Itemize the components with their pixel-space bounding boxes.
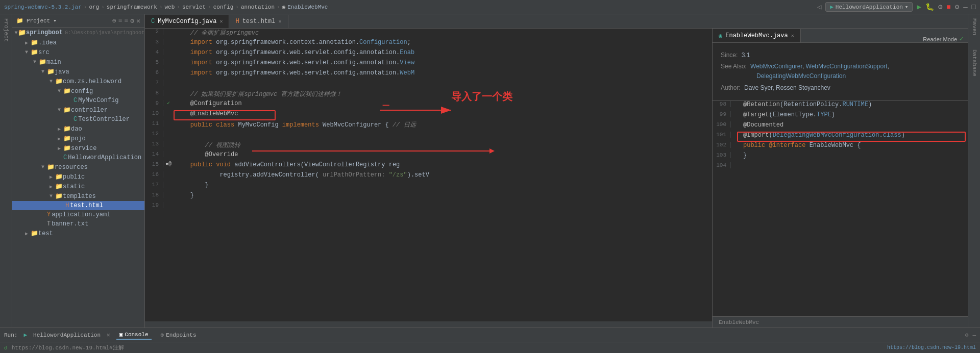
maximize-icon[interactable]: □ xyxy=(972,3,976,11)
tab-console[interactable]: ▣ Console xyxy=(116,330,152,340)
line-content-9: @Configuration xyxy=(174,100,712,107)
tab-enablewebmvc-label: EnableWebMvc.java xyxy=(725,32,788,39)
bottom-toolbar: Run: ▶ HellowordApplication ✕ ▣ Console … xyxy=(0,327,980,342)
tab-enablewebmvc[interactable]: ◉ EnableWebMvc.java ✕ xyxy=(713,29,801,42)
breadcrumb-config[interactable]: config xyxy=(213,4,234,10)
yaml-label: application.yaml xyxy=(52,211,144,218)
tree-config[interactable]: ▼ 📁 config xyxy=(12,86,144,96)
debug-icon[interactable]: 🐛 xyxy=(925,3,934,11)
pojo-folder-icon: 📁 xyxy=(63,135,71,142)
tree-banner-txt[interactable]: ▶ T banner.txt xyxy=(12,219,144,229)
sidebar-collapse-icon[interactable]: ≡ xyxy=(118,17,122,25)
tree-service[interactable]: ▶ 📁 service xyxy=(12,143,144,153)
tree-resources[interactable]: ▼ 📁 resources xyxy=(12,162,144,172)
tree-testcontroller[interactable]: ▶ C TestController xyxy=(12,115,144,124)
line-content-3: import org.springframework.context.annot… xyxy=(174,39,712,46)
tree-mymvcconfig[interactable]: ▶ C MyMvcConfig xyxy=(12,96,144,105)
build-icon[interactable]: ⚙ xyxy=(938,3,942,11)
tree-controller[interactable]: ▼ 📁 controller xyxy=(12,105,144,115)
project-sidebar: 📁 Project ▾ ⊕ ≡ ≡ ⚙ ✕ ▼ 📁 springboot G:\… xyxy=(12,14,145,327)
code-line-5: 5 import org.springframework.web.servlet… xyxy=(145,59,712,69)
line-num-13: 13 xyxy=(145,141,163,147)
sidebar-settings-icon[interactable]: ⚙ xyxy=(130,17,134,25)
right-content-99: @Target(ElementType.TYPE) xyxy=(741,111,968,118)
run-label: Run: xyxy=(4,332,17,338)
tab-mymvcconfig-label: MyMvcConfig.java xyxy=(158,18,216,25)
main-layout: Project 📁 Project ▾ ⊕ ≡ ≡ ⚙ ✕ ▼ 📁 spring… xyxy=(0,14,980,327)
tab-testhtml[interactable]: H test.html ✕ xyxy=(229,15,288,28)
code-line-12: 12 xyxy=(145,131,712,141)
app-selector[interactable]: ▶ HellowordApplication ▾ xyxy=(825,2,913,12)
doc-link-delegating[interactable]: DelegatingWebMvcConfiguration xyxy=(756,72,846,80)
tree-helloword-app[interactable]: ▶ C HellowordApplication xyxy=(12,153,144,162)
right-code-area[interactable]: 98 @Retention(RetentionPolicy.RUNTIME) 9… xyxy=(713,101,968,316)
sidebar-folder-icon: 📁 xyxy=(16,17,23,24)
root-label: springboot xyxy=(26,29,63,36)
run-app-label: HellowordApplication xyxy=(33,332,101,338)
tab-testhtml-close[interactable]: ✕ xyxy=(278,18,281,24)
tree-java[interactable]: ▼ 📁 java xyxy=(12,67,144,77)
project-strip-label[interactable]: Project xyxy=(3,18,9,42)
maven-strip-label[interactable]: Maven xyxy=(971,18,977,35)
tree-package[interactable]: ▼ 📁 com.zs.helloword xyxy=(12,77,144,86)
tree-main[interactable]: ▼ 📁 main xyxy=(12,57,144,67)
settings-bottom-icon[interactable]: ⚙ xyxy=(965,332,969,338)
doc-link-webmvcconfigurer[interactable]: WebMvcConfigurer xyxy=(750,63,802,70)
close-bottom-icon[interactable]: — xyxy=(972,332,976,338)
public-folder-icon: 📁 xyxy=(55,173,63,181)
tree-static[interactable]: ▶ 📁 static xyxy=(12,182,144,191)
tree-idea[interactable]: ▶ 📁 .idea xyxy=(12,38,144,47)
breadcrumb-org[interactable]: org xyxy=(89,4,99,10)
sidebar-close-icon[interactable]: ✕ xyxy=(136,17,140,25)
line-num-2: 2 xyxy=(145,29,163,35)
tree-templates[interactable]: ▼ 📁 templates xyxy=(12,191,144,201)
tab-mymvcconfig[interactable]: C MyMvcConfig.java ✕ xyxy=(145,15,229,28)
right-footer: EnableWebMvc xyxy=(713,316,968,327)
test-html-icon: H xyxy=(65,202,69,209)
refresh-icon[interactable]: ↺ xyxy=(4,344,8,351)
yaml-icon: Y xyxy=(47,211,51,218)
tree-test-html[interactable]: ▶ H test.html xyxy=(12,201,144,210)
breadcrumb-springframework[interactable]: springframework xyxy=(107,4,157,10)
breadcrumb-jar[interactable]: spring-webmvc-5.3.2.jar xyxy=(4,4,82,10)
sidebar-dropdown-icon[interactable]: ▾ xyxy=(53,17,57,24)
tab-java-icon: C xyxy=(151,18,155,25)
navigate-back-icon[interactable]: ◁ xyxy=(817,3,821,11)
right-line-num-101: 101 xyxy=(713,132,731,138)
stop-icon[interactable]: ■ xyxy=(946,3,950,11)
settings-icon[interactable]: ⚙ xyxy=(955,3,959,11)
doc-link-webmvcconfigurationsupport[interactable]: WebMvcConfigurationSupport xyxy=(806,63,888,70)
breadcrumb-servlet[interactable]: servlet xyxy=(182,4,206,10)
reader-mode-label[interactable]: Reader Mode ✓ xyxy=(923,36,964,42)
right-code-line-102: 102 public @interface EnableWebMvc { xyxy=(713,142,968,152)
tab-mymvcconfig-close[interactable]: ✕ xyxy=(219,18,223,24)
tab-endpoints[interactable]: ⊕ Endpoints xyxy=(158,331,200,339)
left-scrollbar[interactable] xyxy=(145,321,712,327)
tree-public[interactable]: ▶ 📁 public xyxy=(12,172,144,182)
breadcrumb-web[interactable]: web xyxy=(165,4,175,10)
minimize-icon[interactable]: — xyxy=(963,3,967,11)
tree-root[interactable]: ▼ 📁 springboot G:\Desktop\java\springboo… xyxy=(12,28,144,38)
tree-src[interactable]: ▼ 📁 src xyxy=(12,47,144,57)
testcontroller-icon: C xyxy=(74,116,77,123)
breadcrumb-annotation[interactable]: annotation xyxy=(241,4,275,10)
tree-test[interactable]: ▶ 📁 test xyxy=(12,229,144,238)
right-content-101: @Import(DelegatingWebMvcConfiguration.cl… xyxy=(741,132,968,139)
sidebar-expand-icon[interactable]: ≡ xyxy=(125,17,129,25)
bottom-right-tools: ⚙ — xyxy=(965,332,976,338)
breadcrumb-enablewebmvc[interactable]: EnableWebMvc xyxy=(287,4,328,10)
left-code-area[interactable]: 2 // 全面扩展springmvc 3 import org.springfr… xyxy=(145,29,712,212)
controller-label: controller xyxy=(71,107,144,114)
tab-enablewebmvc-close[interactable]: ✕ xyxy=(791,33,794,39)
root-arrow: ▼ xyxy=(14,30,18,36)
sidebar-locate-icon[interactable]: ⊕ xyxy=(112,17,116,25)
src-arrow: ▼ xyxy=(22,49,31,55)
run-close-icon[interactable]: ✕ xyxy=(107,332,110,338)
app-dropdown-icon[interactable]: ▾ xyxy=(905,4,909,10)
line-content-16: registry.addViewController( urlPathOrPat… xyxy=(174,171,712,179)
run-icon[interactable]: ▶ xyxy=(917,3,921,11)
database-strip-label[interactable]: Database xyxy=(971,49,977,77)
tree-dao[interactable]: ▶ 📁 dao xyxy=(12,124,144,134)
tree-pojo[interactable]: ▶ 📁 pojo xyxy=(12,134,144,143)
tree-application-yaml[interactable]: ▶ Y application.yaml xyxy=(12,210,144,219)
